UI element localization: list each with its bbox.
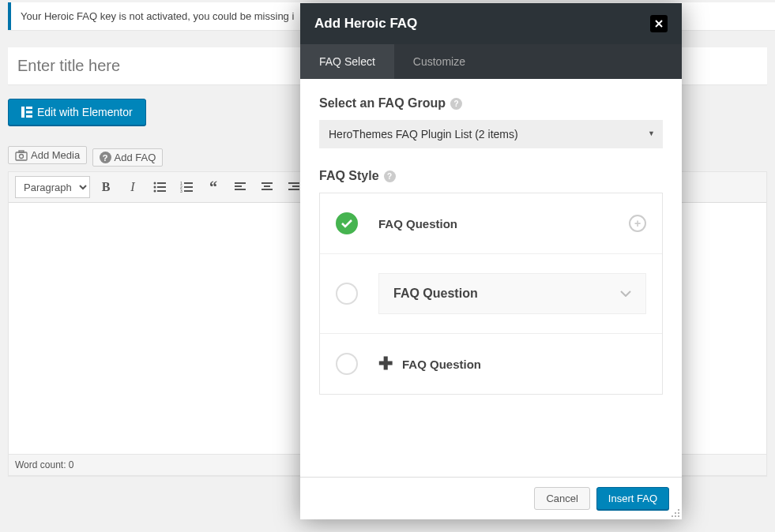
- svg-rect-23: [264, 185, 270, 187]
- svg-point-30: [678, 509, 679, 511]
- modal-title: Add Heroic FAQ: [314, 16, 417, 32]
- align-center-button[interactable]: [256, 176, 278, 198]
- svg-text:3: 3: [180, 189, 182, 193]
- close-icon: [655, 20, 663, 28]
- style-preview-1: FAQ Question +: [378, 215, 646, 232]
- svg-point-7: [154, 182, 156, 185]
- edit-with-elementor-button[interactable]: Edit with Elementor: [8, 99, 146, 126]
- bold-button[interactable]: B: [95, 176, 117, 198]
- style-section-label: FAQ Style ?: [319, 169, 663, 183]
- svg-rect-4: [16, 152, 27, 160]
- numbered-list-button[interactable]: 123: [175, 176, 198, 198]
- svg-rect-14: [184, 182, 193, 184]
- svg-rect-1: [26, 107, 32, 109]
- question-icon: ?: [100, 152, 111, 163]
- camera-icon: [15, 150, 28, 161]
- radio-unselected[interactable]: [336, 353, 358, 375]
- svg-rect-12: [157, 190, 166, 192]
- svg-rect-22: [261, 182, 273, 184]
- svg-rect-26: [292, 185, 299, 187]
- svg-rect-6: [19, 151, 24, 152]
- modal-header: Add Heroic FAQ: [300, 3, 682, 44]
- add-faq-label: Add FAQ: [115, 152, 156, 163]
- group-section-label: Select an FAQ Group ?: [319, 96, 663, 111]
- modal-close-button[interactable]: [650, 15, 668, 32]
- svg-rect-16: [184, 186, 193, 188]
- insert-faq-button[interactable]: Insert FAQ: [596, 487, 669, 510]
- chevron-down-icon: [620, 290, 631, 297]
- tab-customize[interactable]: Customize: [394, 44, 484, 79]
- svg-point-31: [675, 512, 676, 514]
- tab-faq-select[interactable]: FAQ Select: [300, 44, 394, 79]
- svg-point-35: [678, 515, 679, 517]
- svg-rect-2: [26, 111, 32, 114]
- plus-circle-icon: +: [629, 215, 646, 232]
- format-select[interactable]: Paragraph: [15, 176, 90, 198]
- svg-rect-0: [21, 107, 24, 118]
- elementor-icon: [21, 107, 32, 118]
- plus-icon: ✚: [378, 354, 393, 374]
- modal-footer: Cancel Insert FAQ: [300, 477, 682, 519]
- help-icon[interactable]: ?: [384, 170, 396, 182]
- svg-point-5: [20, 154, 24, 158]
- cancel-button[interactable]: Cancel: [534, 487, 589, 510]
- svg-rect-3: [26, 115, 32, 118]
- svg-point-11: [154, 190, 156, 193]
- svg-rect-25: [288, 182, 299, 184]
- quote-button[interactable]: “: [202, 176, 224, 198]
- style-option-3[interactable]: ✚ FAQ Question: [320, 334, 662, 394]
- svg-rect-24: [261, 189, 273, 190]
- italic-button[interactable]: I: [122, 176, 144, 198]
- add-faq-button[interactable]: ? Add FAQ: [92, 148, 164, 167]
- svg-rect-27: [288, 189, 299, 190]
- style-option-1[interactable]: FAQ Question +: [320, 193, 662, 254]
- svg-point-32: [678, 512, 679, 514]
- svg-rect-18: [184, 190, 193, 192]
- faq-group-select[interactable]: HeroThemes FAQ Plugin List (2 items): [319, 120, 663, 148]
- check-icon: [341, 219, 352, 228]
- svg-rect-20: [235, 185, 242, 187]
- modal-tabs: FAQ Select Customize: [300, 44, 682, 79]
- svg-rect-19: [235, 182, 246, 184]
- help-icon[interactable]: ?: [450, 98, 462, 110]
- add-faq-modal: Add Heroic FAQ FAQ Select Customize Sele…: [300, 3, 682, 519]
- radio-unselected[interactable]: [336, 283, 358, 305]
- svg-point-33: [672, 515, 673, 517]
- notice-text: Your Heroic FAQ key is not activated, yo…: [21, 10, 294, 22]
- radio-selected[interactable]: [336, 212, 358, 234]
- faq-style-options: FAQ Question + FAQ Question ✚ FAQ Questi…: [319, 193, 663, 395]
- modal-body[interactable]: Select an FAQ Group ? HeroThemes FAQ Plu…: [300, 79, 682, 477]
- svg-rect-10: [157, 186, 166, 188]
- svg-point-9: [154, 186, 156, 189]
- add-media-button[interactable]: Add Media: [8, 146, 87, 164]
- svg-point-34: [675, 515, 676, 517]
- svg-rect-21: [235, 189, 246, 190]
- elementor-button-label: Edit with Elementor: [37, 106, 133, 118]
- resize-handle-icon[interactable]: [671, 508, 680, 518]
- style-preview-2: FAQ Question: [378, 273, 646, 314]
- bullet-list-button[interactable]: [149, 176, 171, 198]
- svg-rect-8: [157, 182, 166, 184]
- style-preview-3: ✚ FAQ Question: [378, 354, 646, 374]
- word-count: Word count: 0: [15, 459, 73, 470]
- align-left-button[interactable]: [229, 176, 251, 198]
- add-media-label: Add Media: [31, 149, 80, 161]
- style-option-2[interactable]: FAQ Question: [320, 254, 662, 334]
